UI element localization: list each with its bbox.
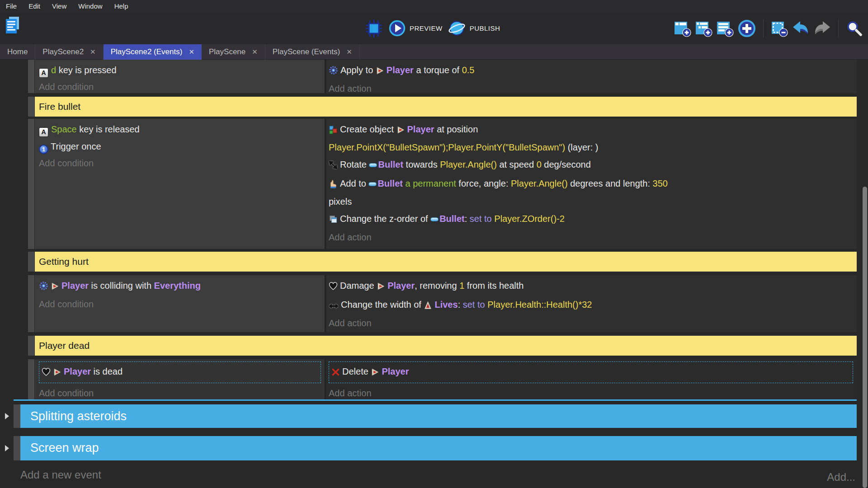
tab-close-icon[interactable]: ✕ bbox=[90, 48, 96, 56]
project-manager-icon[interactable] bbox=[5, 16, 20, 37]
condition-instruction[interactable]: Player is dead bbox=[42, 363, 318, 382]
menu-window[interactable]: Window bbox=[72, 0, 108, 12]
vertical-scrollbar-thumb[interactable] bbox=[863, 187, 867, 488]
instruction-line: Player.PointX("BulletSpawn");Player.Poin… bbox=[329, 139, 854, 155]
debugger-icon[interactable] bbox=[364, 19, 383, 38]
group-header-label[interactable]: Player dead bbox=[35, 336, 857, 356]
text-part: Player.Health::Health()*32 bbox=[487, 300, 592, 310]
text-part: degrees and length: bbox=[568, 178, 653, 188]
menu-view[interactable]: View bbox=[46, 0, 72, 12]
action-instruction[interactable]: Add to Bullet a permanent force, angle: … bbox=[329, 175, 854, 210]
condition-instruction[interactable]: 1Trigger once bbox=[39, 138, 322, 155]
add-circle-icon[interactable] bbox=[737, 19, 756, 38]
group-header-label[interactable]: Splitting asteroids bbox=[20, 404, 857, 428]
instruction-line: Create object Player at position bbox=[329, 121, 854, 139]
text-part: force, angle: bbox=[456, 178, 511, 188]
action-instruction[interactable]: Damage Player, removing 1 from its healt… bbox=[329, 277, 854, 296]
tab-playscene2-events-[interactable]: PlayScene2 (Events)✕ bbox=[104, 44, 202, 60]
group-header-fire-bullet: Fire bullet bbox=[0, 97, 868, 117]
action-instruction[interactable]: Rotate Bullet towards Player.Angle() at … bbox=[329, 156, 854, 175]
text-part: key is pressed bbox=[56, 65, 116, 75]
add-condition-button[interactable]: Add condition bbox=[39, 79, 322, 93]
menu-file[interactable]: File bbox=[0, 0, 23, 12]
search-icon[interactable] bbox=[845, 20, 863, 37]
collapse-arrow-icon[interactable] bbox=[5, 445, 9, 451]
group-header-splitting-asteroids: Splitting asteroids bbox=[0, 404, 868, 428]
keyboard-icon: A bbox=[39, 68, 48, 78]
publish-button[interactable]: PUBLISH bbox=[448, 19, 500, 37]
undo-icon[interactable] bbox=[792, 20, 810, 37]
event-gutter[interactable] bbox=[14, 436, 20, 460]
bullet-icon bbox=[368, 182, 377, 186]
text-part: set to bbox=[470, 214, 492, 224]
gdevelop-window: File Edit View Window Help bbox=[0, 0, 868, 488]
text-part: 0.5 bbox=[462, 65, 475, 75]
delete-icon bbox=[331, 365, 340, 381]
conditions-column: ASpace key is released1Trigger onceAdd c… bbox=[35, 119, 326, 249]
event-gutter[interactable] bbox=[14, 404, 20, 428]
action-instruction[interactable]: Create object Player at positionPlayer.P… bbox=[329, 121, 854, 156]
event-row[interactable]: Ad key is pressedAdd conditionApply to P… bbox=[0, 60, 868, 93]
event-gutter[interactable] bbox=[28, 60, 34, 93]
condition-instruction[interactable]: Player is colliding with Everything bbox=[39, 277, 322, 296]
tab-close-icon[interactable]: ✕ bbox=[346, 48, 352, 56]
add-action-button[interactable]: Add action bbox=[329, 315, 854, 331]
action-instruction[interactable]: Delete Player bbox=[331, 363, 850, 382]
add-subevent-icon[interactable] bbox=[695, 19, 712, 37]
text-part: at position bbox=[434, 124, 478, 134]
tab-playscene2[interactable]: PlayScene2✕ bbox=[35, 44, 103, 60]
add-condition-button[interactable]: Add condition bbox=[39, 385, 322, 399]
add-action-button[interactable]: Add action bbox=[329, 80, 854, 93]
menu-edit[interactable]: Edit bbox=[23, 0, 46, 12]
text-part: is colliding with bbox=[89, 281, 154, 291]
event-gutter[interactable] bbox=[28, 119, 34, 249]
group-header-label[interactable]: Getting hurt bbox=[35, 252, 857, 272]
add-new-event-button[interactable]: Add a new event bbox=[20, 469, 868, 481]
remove-selection-icon[interactable] bbox=[770, 19, 788, 37]
action-instruction[interactable]: Change the z-order of Bullet: set to Pla… bbox=[329, 210, 854, 229]
selected-conditions-box: Player is dead bbox=[39, 361, 321, 383]
redo-icon[interactable] bbox=[813, 20, 831, 37]
menu-bar: File Edit View Window Help bbox=[0, 0, 868, 12]
add-condition-button[interactable]: Add condition bbox=[39, 296, 322, 312]
tab-playscene-events-[interactable]: PlayScene (Events)✕ bbox=[265, 44, 360, 60]
tab-close-icon[interactable]: ✕ bbox=[189, 48, 194, 56]
bullet-icon bbox=[430, 217, 439, 221]
group-header-screen-wrap: Screen wrap bbox=[0, 436, 868, 460]
preview-button[interactable]: PREVIEW bbox=[389, 20, 443, 37]
publish-planet-icon bbox=[448, 19, 466, 37]
ship-icon bbox=[51, 279, 59, 296]
add-event-icon[interactable] bbox=[674, 19, 691, 37]
event-gutter[interactable] bbox=[28, 359, 34, 399]
event-row[interactable]: ASpace key is released1Trigger onceAdd c… bbox=[0, 119, 868, 249]
add-comment-icon[interactable] bbox=[716, 19, 734, 37]
event-gutter[interactable] bbox=[28, 252, 34, 272]
group-header-label[interactable]: Screen wrap bbox=[20, 436, 857, 460]
add-condition-button[interactable]: Add condition bbox=[39, 155, 322, 171]
action-instruction[interactable]: Change the width of Lives: set to Player… bbox=[329, 296, 854, 315]
event-row[interactable]: Player is deadAdd conditionDelete Player… bbox=[0, 359, 868, 399]
condition-instruction[interactable]: ASpace key is released bbox=[39, 121, 322, 138]
event-gutter[interactable] bbox=[28, 275, 34, 332]
tab-home[interactable]: Home bbox=[0, 44, 35, 60]
event-gutter[interactable] bbox=[28, 336, 34, 356]
collapse-arrow-icon[interactable] bbox=[5, 413, 9, 419]
object-ref-player: Player bbox=[376, 65, 414, 75]
text-part: Change the z-order of bbox=[340, 214, 430, 224]
menu-help[interactable]: Help bbox=[108, 0, 134, 12]
create-icon bbox=[329, 123, 338, 139]
event-row[interactable]: Player is colliding with EverythingAdd c… bbox=[0, 275, 868, 332]
tab-label: Home bbox=[7, 47, 28, 56]
add-action-button[interactable]: Add action bbox=[329, 385, 854, 399]
text-part: d bbox=[51, 65, 56, 75]
condition-instruction[interactable]: Ad key is pressed bbox=[39, 61, 322, 79]
tab-playscene[interactable]: PlayScene✕ bbox=[202, 44, 265, 60]
add-more-button[interactable]: Add... bbox=[827, 471, 855, 483]
group-header-label[interactable]: Fire bullet bbox=[35, 97, 857, 117]
add-action-button[interactable]: Add action bbox=[329, 229, 854, 245]
actions-column: Delete PlayerAdd action bbox=[326, 359, 857, 399]
event-gutter[interactable] bbox=[28, 97, 34, 117]
ship-icon bbox=[371, 365, 379, 381]
action-instruction[interactable]: Apply to Player a torque of 0.5 bbox=[329, 61, 854, 80]
tab-close-icon[interactable]: ✕ bbox=[252, 48, 258, 56]
